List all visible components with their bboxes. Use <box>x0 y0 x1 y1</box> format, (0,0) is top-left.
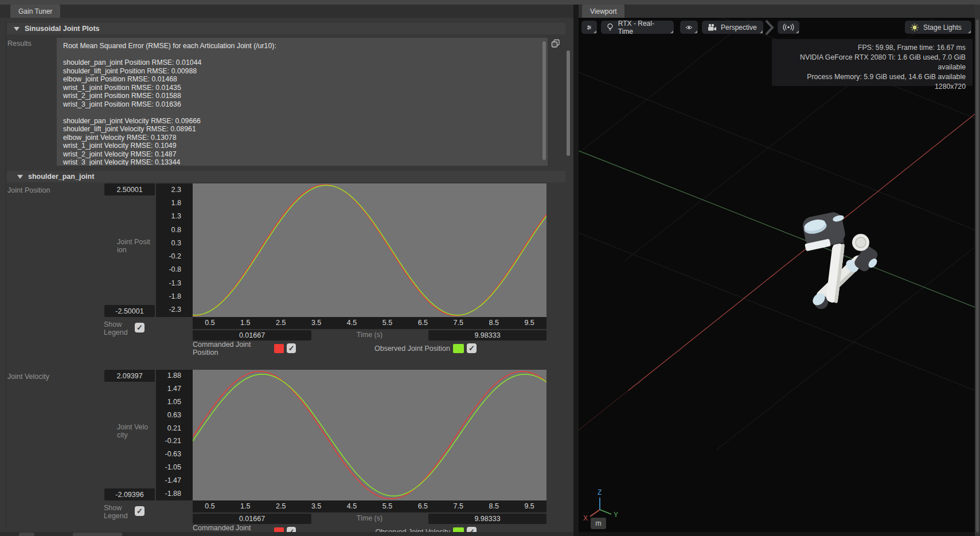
application-window: Gain Tuner Viewport Sinusoidal Joint Plo… <box>0 0 980 536</box>
observed-visible-checkbox[interactable]: ✓ <box>467 343 477 353</box>
y-tick-label: 1.47 <box>167 385 181 393</box>
gizmo-y-label: Y <box>614 511 618 519</box>
y-tick-label: 2.3 <box>171 186 181 194</box>
y-min-field[interactable]: -2.50001 <box>104 305 155 317</box>
legend-observed-label: Observed Joint Position <box>374 345 450 353</box>
y-tick-label: 1.8 <box>171 199 181 207</box>
stats-fps: FPS: 59.98, Frame time: 16.67 ms <box>772 43 966 53</box>
bottom-stub <box>19 533 34 536</box>
y-min-field[interactable]: -2.09396 <box>104 488 155 500</box>
eye-icon <box>685 24 693 32</box>
x-tick-label: 6.5 <box>411 319 434 327</box>
camera-button[interactable]: Perspective <box>702 21 763 34</box>
stats-resolution: 1280x720 <box>772 82 966 92</box>
x-tick-row: 0.51.52.53.54.55.56.57.58.59.5 <box>193 500 546 512</box>
y-tick-label: -1.47 <box>165 476 182 484</box>
y-tick-label: 0.63 <box>167 411 181 419</box>
y-tick-label: -1.3 <box>169 279 181 287</box>
time-start-field[interactable]: 0.01667 <box>193 514 311 524</box>
window-top-strip <box>0 0 980 5</box>
results-scrollbar[interactable] <box>542 41 546 160</box>
y-tick-label: -1.88 <box>165 490 182 498</box>
toolbar-flyout-chevron-icon[interactable] <box>763 19 776 36</box>
viewport-3d-area[interactable]: RTX - Real-Time Perspective <box>579 18 975 536</box>
viewport-bottom-strip <box>579 532 975 536</box>
window-right-scrollbar[interactable] <box>975 5 980 536</box>
y-axis-label: Joint Velo city <box>117 423 151 439</box>
camera-label: Perspective <box>721 24 757 32</box>
x-tick-row: 0.51.52.53.54.55.56.57.58.59.5 <box>193 317 546 329</box>
viewport-settings-button[interactable] <box>581 21 597 34</box>
robot-arm[interactable] <box>799 210 880 309</box>
x-axis-line <box>628 114 975 390</box>
series-curve <box>193 185 546 315</box>
x-tick-label: 8.5 <box>482 319 505 327</box>
x-tick-label: 6.5 <box>411 502 434 510</box>
collapse-triangle-icon <box>14 27 19 31</box>
x-tick-label: 3.5 <box>305 502 328 510</box>
show-legend-label: Show Legend <box>104 504 128 520</box>
x-tick-label: 4.5 <box>341 502 364 510</box>
time-end-field[interactable]: 9.98333 <box>428 330 546 341</box>
time-row: 0.01667 Time (s) 9.98333 <box>193 514 546 524</box>
window-bottom-strip <box>0 532 573 536</box>
commanded-color-swatch[interactable] <box>274 344 284 353</box>
x-tick-label: 8.5 <box>482 502 505 510</box>
y-tick-label: 0.8 <box>171 226 181 234</box>
x-tick-label: 5.5 <box>376 319 399 327</box>
time-start-field[interactable]: 0.01667 <box>193 330 311 341</box>
bottom-stub <box>73 533 122 536</box>
collapse-triangle-icon <box>17 175 23 179</box>
panel-scrollbar[interactable] <box>567 50 570 156</box>
y-tick-label: -0.2 <box>169 252 181 260</box>
series-curve <box>193 185 546 315</box>
show-legend-label: Show Legend <box>104 320 128 337</box>
show-legend-checkbox[interactable]: ✓ <box>135 323 145 332</box>
x-tick-label: 2.5 <box>270 502 292 510</box>
tab-gain-tuner[interactable]: Gain Tuner <box>10 5 60 18</box>
time-end-field[interactable]: 9.98333 <box>428 514 546 524</box>
plot-canvas <box>193 370 546 500</box>
y-tick-label: -0.21 <box>165 437 182 445</box>
units-button[interactable]: m <box>591 518 606 529</box>
series-curve <box>193 374 546 496</box>
panel-divider[interactable] <box>573 5 579 536</box>
x-tick-label: 1.5 <box>234 319 257 327</box>
y-max-field[interactable]: 2.50001 <box>104 183 155 195</box>
x-tick-label: 9.5 <box>518 319 541 327</box>
x-tick-label: 7.5 <box>447 502 470 510</box>
gain-tuner-panel: Sinusoidal Joint Plots Results Root Mean… <box>0 18 573 532</box>
joint-section-title: shoulder_pan_joint <box>28 173 94 181</box>
plot-row-label: Joint Velocity <box>7 373 49 381</box>
section-header-sinusoidal-joint-plots[interactable]: Sinusoidal Joint Plots <box>7 23 565 34</box>
section-header-shoulder-pan-joint[interactable]: shoulder_pan_joint <box>7 171 565 182</box>
tab-gain-tuner-label: Gain Tuner <box>18 7 52 15</box>
stats-memory: Process Memory: 5.9 GiB used, 14.6 GiB a… <box>772 72 966 82</box>
y-axis-line <box>579 151 975 307</box>
render-stats-overlay: FPS: 59.98, Frame time: 16.67 ms NVIDIA … <box>772 39 973 86</box>
stage-lights-sun-icon <box>910 23 919 32</box>
audio-waveform-button[interactable] <box>778 21 799 34</box>
y-tick-label: -0.8 <box>169 265 181 273</box>
copy-results-button[interactable] <box>550 38 561 49</box>
tab-viewport[interactable]: Viewport <box>582 5 624 18</box>
observed-color-swatch[interactable] <box>453 344 464 353</box>
x-tick-label: 1.5 <box>234 502 257 510</box>
time-row: 0.01667 Time (s) 9.98333 <box>193 330 546 341</box>
y-tick-label: -2.3 <box>169 306 181 314</box>
visibility-button[interactable] <box>680 21 698 34</box>
scene-canvas <box>579 18 975 536</box>
y-tick-label: -1.05 <box>165 463 182 471</box>
show-legend-checkbox[interactable]: ✓ <box>135 506 145 516</box>
stage-lights-button[interactable]: Stage Lights <box>905 21 971 34</box>
y-max-field[interactable]: 2.09397 <box>104 370 155 382</box>
y-tick-label: 0.3 <box>171 239 181 247</box>
results-textbox[interactable]: Root Mean Squared Error (RMSE) for each … <box>57 38 548 166</box>
y-tick-label: 1.3 <box>171 212 181 220</box>
render-mode-button[interactable]: RTX - Real-Time <box>601 21 674 34</box>
right-tabbar: Viewport <box>579 5 975 18</box>
y-tick-label: 0.21 <box>167 424 181 432</box>
y-tick-label: 1.05 <box>167 398 181 406</box>
y-tick-label: -1.8 <box>169 292 181 300</box>
commanded-visible-checkbox[interactable]: ✓ <box>287 343 296 353</box>
